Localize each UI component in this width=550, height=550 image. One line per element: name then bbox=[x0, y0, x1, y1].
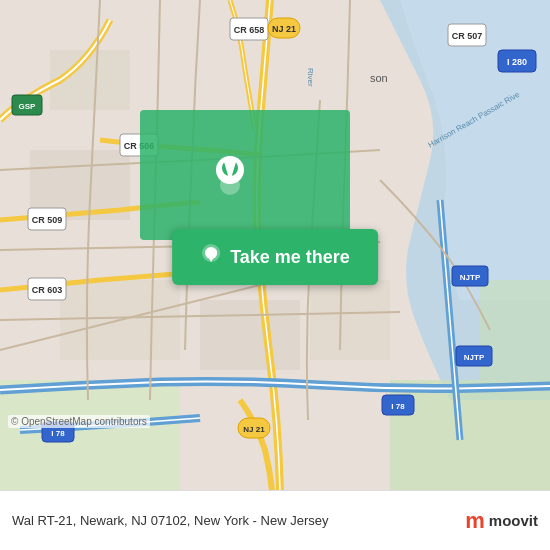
svg-text:I 78: I 78 bbox=[391, 402, 405, 411]
moovit-m-letter: m bbox=[465, 508, 485, 534]
svg-rect-38 bbox=[140, 110, 350, 240]
moovit-logo: m moovit bbox=[465, 508, 538, 534]
svg-text:NJ 21: NJ 21 bbox=[243, 425, 265, 434]
take-me-there-label: Take me there bbox=[230, 247, 350, 268]
osm-credit: © OpenStreetMap contributors bbox=[8, 415, 150, 428]
svg-text:son: son bbox=[370, 72, 388, 84]
svg-text:NJTP: NJTP bbox=[464, 353, 485, 362]
map-container: CR 658 NJ 21 CR 506 CR 509 CR 603 GSP CR… bbox=[0, 0, 550, 490]
svg-rect-8 bbox=[310, 280, 390, 360]
svg-text:I 78: I 78 bbox=[51, 429, 65, 438]
svg-text:NJTP: NJTP bbox=[460, 273, 481, 282]
svg-text:CR 507: CR 507 bbox=[452, 31, 483, 41]
svg-text:River: River bbox=[306, 68, 315, 87]
svg-text:CR 603: CR 603 bbox=[32, 285, 63, 295]
svg-text:GSP: GSP bbox=[19, 102, 37, 111]
svg-text:CR 658: CR 658 bbox=[234, 25, 265, 35]
svg-rect-1 bbox=[0, 380, 180, 490]
svg-text:CR 509: CR 509 bbox=[32, 215, 63, 225]
address-text: Wal RT-21, Newark, NJ 07102, New York - … bbox=[12, 513, 465, 528]
take-me-there-button[interactable]: Take me there bbox=[172, 229, 378, 285]
svg-rect-7 bbox=[200, 300, 300, 370]
svg-text:I 280: I 280 bbox=[507, 57, 527, 67]
svg-text:NJ 21: NJ 21 bbox=[272, 24, 296, 34]
svg-rect-2 bbox=[390, 380, 550, 490]
bottom-bar: Wal RT-21, Newark, NJ 07102, New York - … bbox=[0, 490, 550, 550]
moovit-name: moovit bbox=[489, 512, 538, 529]
